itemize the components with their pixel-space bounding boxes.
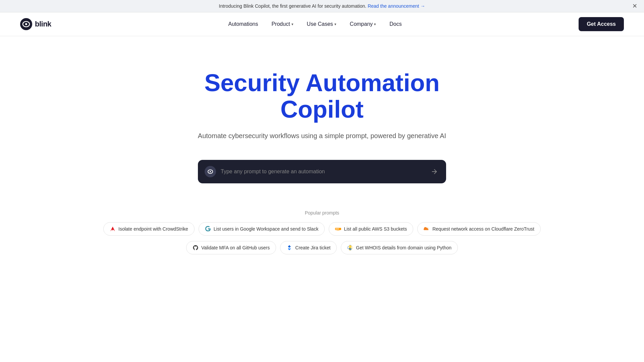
popular-prompts-label: Popular prompts (305, 210, 339, 216)
company-chevron-icon: ▾ (374, 22, 376, 26)
send-icon (431, 168, 438, 175)
google-icon (205, 226, 211, 232)
prompt-input[interactable] (221, 169, 425, 175)
use-cases-chevron-icon: ▾ (334, 22, 336, 26)
aws-icon: AWS (335, 226, 341, 232)
popular-prompts-section: Popular prompts Isolate endpoint with Cr… (20, 210, 624, 254)
logo-text: blink (35, 20, 51, 28)
svg-point-2 (25, 23, 27, 25)
prompt-blink-icon (205, 166, 216, 177)
github-icon (193, 245, 199, 251)
get-access-button[interactable]: Get Access (579, 17, 624, 31)
prompt-chip-google-workspace[interactable]: List users in Google Workspace and send … (199, 222, 325, 236)
prompts-row-1: Isolate endpoint with CrowdStrike List u… (103, 222, 541, 236)
svg-point-8 (350, 246, 350, 247)
hero-section: Security Automation Copilot Automate cyb… (0, 36, 644, 275)
prompt-chip-jira[interactable]: Create Jira ticket (280, 241, 337, 254)
navbar: blink Automations Product ▾ Use Cases ▾ … (0, 12, 644, 36)
crowdstrike-icon (110, 226, 116, 232)
logo[interactable]: blink (20, 18, 51, 30)
nav-item-docs[interactable]: Docs (384, 18, 407, 30)
prompts-row-2: Validate MFA on all GitHub users Create … (186, 241, 458, 254)
product-chevron-icon: ▾ (291, 22, 293, 26)
python-icon (347, 245, 353, 251)
prompt-container (198, 160, 446, 183)
close-banner-button[interactable]: ✕ (632, 3, 637, 9)
hero-subtitle: Automate cybersecurity workflows using a… (198, 132, 446, 140)
prompt-chip-crowdstrike[interactable]: Isolate endpoint with CrowdStrike (103, 222, 195, 236)
prompt-chip-python-whois[interactable]: Get WHOIS details from domain using Pyth… (341, 241, 458, 254)
cloudflare-icon (424, 226, 430, 232)
svg-point-4 (210, 171, 211, 172)
jira-icon (286, 245, 292, 251)
nav-links: Automations Product ▾ Use Cases ▾ Compan… (223, 18, 407, 30)
announcement-link[interactable]: Read the announcement → (368, 3, 425, 9)
nav-item-product[interactable]: Product ▾ (266, 18, 299, 30)
prompt-chip-github-mfa[interactable]: Validate MFA on all GitHub users (186, 241, 276, 254)
svg-point-9 (351, 249, 351, 250)
announcement-banner: Introducing Blink Copilot, the first gen… (0, 0, 644, 12)
svg-marker-5 (110, 227, 115, 231)
hero-title: Security Automation Copilot (171, 70, 473, 123)
svg-text:AWS: AWS (335, 229, 339, 230)
prompt-chip-cloudflare[interactable]: Request network access on Cloudflare Zer… (417, 222, 541, 236)
prompt-submit-button[interactable] (429, 167, 439, 177)
nav-item-automations[interactable]: Automations (223, 18, 264, 30)
announcement-text: Introducing Blink Copilot, the first gen… (219, 3, 367, 9)
nav-item-company[interactable]: Company ▾ (344, 18, 381, 30)
blink-icon-small (207, 168, 214, 175)
nav-item-use-cases[interactable]: Use Cases ▾ (302, 18, 342, 30)
prompt-chip-aws-s3[interactable]: AWS List all public AWS S3 buckets (329, 222, 413, 236)
blink-logo-icon (20, 18, 32, 30)
